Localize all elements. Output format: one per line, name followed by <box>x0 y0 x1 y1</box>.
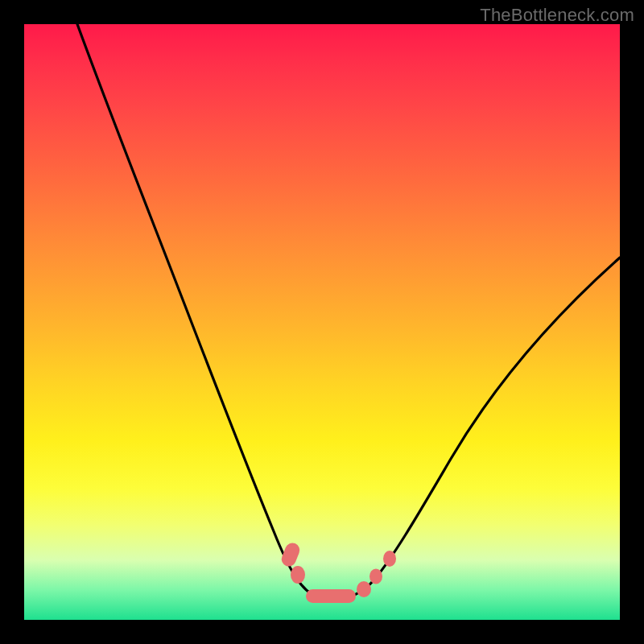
marker <box>291 566 305 584</box>
chart-svg <box>24 24 620 620</box>
valley-curve <box>77 24 620 599</box>
marker <box>357 581 371 597</box>
marker <box>383 551 396 567</box>
watermark-text: TheBottleneck.com <box>480 5 634 26</box>
marker <box>306 589 356 603</box>
marker-group <box>279 541 396 603</box>
marker <box>369 569 382 584</box>
plot-area <box>24 24 620 620</box>
